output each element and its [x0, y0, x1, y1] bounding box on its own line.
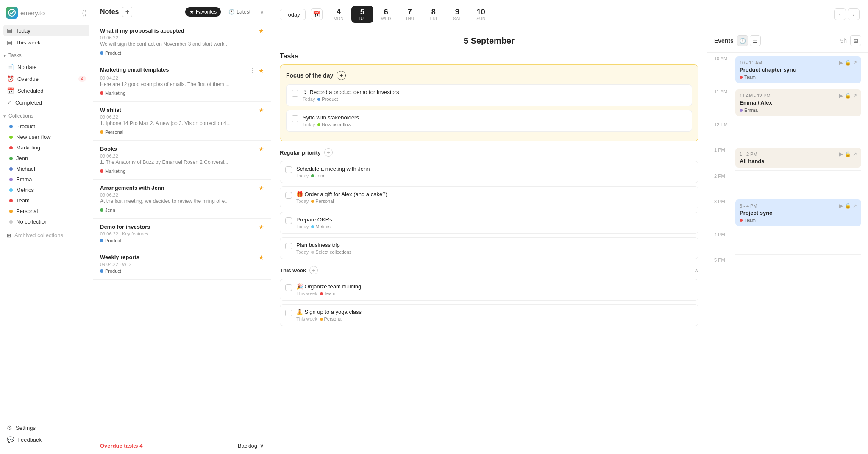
- focus-add-btn[interactable]: +: [337, 71, 346, 80]
- tasks-header-row: Tasks: [280, 53, 698, 60]
- sidebar-item-product[interactable]: Product: [0, 121, 93, 132]
- note-star-icon[interactable]: ★: [259, 146, 264, 152]
- tab-latest[interactable]: 🕐 Latest: [224, 7, 255, 17]
- task-tag-2[interactable]: New user flow: [317, 122, 351, 127]
- regular-add-btn[interactable]: +: [324, 148, 333, 157]
- sidebar-item-marketing[interactable]: Marketing: [0, 142, 93, 153]
- event-card-2[interactable]: 11 AM - 12 PM ▶🔒↗ Emma / Alex Emma: [735, 89, 861, 116]
- clock-tab-icon: 🕐: [228, 9, 235, 15]
- day-tab-6[interactable]: 6WED: [375, 6, 397, 23]
- reg-task-tag-2[interactable]: Personal: [311, 199, 334, 204]
- notes-collapse-btn[interactable]: ∧: [260, 8, 264, 15]
- note-star-icon[interactable]: ★: [259, 107, 264, 114]
- thisweek-section: This week + ∧ 🎉 Organize team building T…: [280, 266, 698, 326]
- task-checkbox-2[interactable]: [292, 115, 298, 122]
- sidebar-item-new-user-flow[interactable]: New user flow: [0, 132, 93, 142]
- note-item-7[interactable]: Weekly reports ★ 09.04.22 · W12 Product: [93, 249, 271, 280]
- event-link-icon: ↗: [853, 151, 857, 157]
- sidebar-item-michael[interactable]: Michael: [0, 163, 93, 174]
- sidebar-item-jenn[interactable]: Jenn: [0, 153, 93, 163]
- time-slot-10-AM: 10 AM 10 - 11 AM ▶🔒↗ Product chapter syn…: [714, 53, 861, 86]
- event-card-1[interactable]: 10 - 11 AM ▶🔒↗ Product chapter sync Team: [735, 56, 861, 83]
- task-checkbox-wk-2[interactable]: [285, 310, 292, 316]
- settings-icon: ⚙: [7, 424, 12, 431]
- note-star-icon[interactable]: ★: [259, 224, 264, 230]
- task-checkbox-reg-3[interactable]: [285, 217, 292, 224]
- day-tab-4[interactable]: 4MON: [328, 6, 350, 23]
- wk-task-tag-1[interactable]: Team: [320, 291, 336, 296]
- day-tab-7[interactable]: 7THU: [399, 6, 421, 23]
- nav-item-scheduled[interactable]: 📅 Scheduled: [3, 85, 89, 97]
- event-card-4[interactable]: 3 - 4 PM ▶🔒↗ Project sync Team: [735, 199, 861, 226]
- overdue-tasks-btn[interactable]: Overdue tasks 4: [100, 443, 142, 449]
- regular-header: Regular priority +: [280, 148, 698, 157]
- note-item-6[interactable]: Demo for investors ★ 09.06.22 · Key feat…: [93, 219, 271, 249]
- note-item-3[interactable]: Wishlist ★ 09.06.22 1. Iphone 14 Pro Max…: [93, 102, 271, 141]
- sidebar-item-emma[interactable]: Emma: [0, 174, 93, 185]
- thisweek-add-btn[interactable]: +: [309, 266, 318, 274]
- reg-task-tag-1[interactable]: Jenn: [311, 173, 326, 178]
- event-name: Emma / Alex: [740, 100, 857, 106]
- note-item-2[interactable]: Marketing email templates ⋮ ★ 09.04.22 H…: [93, 61, 271, 102]
- nav-item-completed[interactable]: ✓ Completed: [3, 97, 89, 108]
- focus-title: Focus of the day: [286, 72, 333, 79]
- add-collection-btn[interactable]: +: [83, 113, 89, 119]
- add-note-btn[interactable]: +: [122, 7, 132, 17]
- reg-task-tag-3[interactable]: Metrics: [311, 224, 330, 229]
- note-item-4[interactable]: Books ★ 09.06.22 1. The Anatomy of Buzz …: [93, 141, 271, 180]
- sidebar-collapse-btn[interactable]: ⟨⟩: [82, 9, 87, 17]
- events-clock-view-btn[interactable]: 🕐: [737, 35, 748, 46]
- note-star-icon[interactable]: ★: [259, 67, 264, 74]
- tasks-section-header[interactable]: ▾ Tasks: [0, 49, 93, 60]
- note-star-icon[interactable]: ★: [259, 254, 264, 261]
- event-card-3[interactable]: 1 - 2 PM ▶🔒↗ All hands: [735, 148, 861, 168]
- day-tab-9[interactable]: 9SAT: [446, 6, 468, 23]
- task-checkbox-1[interactable]: [292, 90, 298, 97]
- reg-task-tag-4[interactable]: Select collections: [311, 249, 351, 255]
- next-arrow-btn[interactable]: ›: [848, 8, 860, 20]
- nav-item-this-week[interactable]: ▦ This week: [3, 36, 89, 48]
- task-checkbox-reg-4[interactable]: [285, 243, 292, 249]
- events-list-view-btn[interactable]: ☰: [750, 35, 761, 46]
- sidebar-item-personal[interactable]: Personal: [0, 206, 93, 216]
- backlog-btn[interactable]: Backlog ∨: [238, 443, 264, 449]
- day-tab-8[interactable]: 8FRI: [423, 6, 445, 23]
- note-more-icon[interactable]: ⋮: [249, 66, 256, 75]
- event-tag: Team: [740, 75, 857, 80]
- task-checkbox-reg-1[interactable]: [285, 166, 292, 173]
- nav-item-feedback[interactable]: 💬 Feedback: [3, 434, 89, 446]
- today-btn[interactable]: Today: [280, 9, 306, 20]
- timeline: 10 AM 10 - 11 AM ▶🔒↗ Product chapter syn…: [707, 53, 868, 280]
- wk-task-tag-2[interactable]: Personal: [320, 316, 342, 321]
- day-tab-10[interactable]: 10SUN: [470, 6, 492, 23]
- thisweek-collapse-btn[interactable]: ∧: [694, 267, 698, 274]
- collections-section-header[interactable]: ▾ Collections +: [0, 109, 93, 121]
- sidebar-item-metrics[interactable]: Metrics: [0, 185, 93, 195]
- nav-item-settings[interactable]: ⚙ Settings: [3, 422, 89, 434]
- task-checkbox-wk-1[interactable]: [285, 284, 292, 291]
- nav-item-today[interactable]: ▦ Today: [3, 25, 89, 36]
- prev-arrow-btn[interactable]: ‹: [834, 8, 846, 20]
- sidebar-item-no-collection[interactable]: No collection: [0, 216, 93, 227]
- task-checkbox-reg-2[interactable]: [285, 192, 292, 199]
- nav-item-no-date[interactable]: 📄 No date: [3, 61, 89, 73]
- panels-row: 5 September Tasks Focus of the day + 🎙 R…: [271, 29, 868, 454]
- events-grid-btn[interactable]: ⊞: [850, 35, 861, 46]
- day-tab-5[interactable]: 5TUE: [351, 6, 373, 23]
- nav-item-archived[interactable]: ⊞ Archived collections: [3, 230, 89, 241]
- tab-favorites[interactable]: ★ Favorites: [185, 7, 221, 17]
- task-tag-1[interactable]: Product: [317, 97, 338, 102]
- event-lock-icon: 🔒: [845, 60, 851, 66]
- note-star-icon[interactable]: ★: [259, 28, 264, 34]
- note-item-5[interactable]: Arrangements with Jenn ★ 09.06.22 At the…: [93, 180, 271, 219]
- regular-section: Regular priority + Schedule a meeting wi…: [280, 148, 698, 259]
- overdue-icon: ⏰: [7, 75, 14, 82]
- scheduled-icon: 📅: [7, 87, 14, 94]
- calendar-icon-btn[interactable]: 📅: [311, 8, 323, 20]
- nav-item-overdue[interactable]: ⏰ Overdue 4: [3, 73, 89, 85]
- collections-chevron: ▾: [3, 114, 6, 119]
- focus-tasks: 🎙 Record a product demo for Investors To…: [286, 84, 692, 132]
- note-star-icon[interactable]: ★: [259, 185, 264, 191]
- sidebar-item-team[interactable]: Team: [0, 195, 93, 206]
- note-item-1[interactable]: What if my proposal is accepted ★ 09.06.…: [93, 22, 271, 61]
